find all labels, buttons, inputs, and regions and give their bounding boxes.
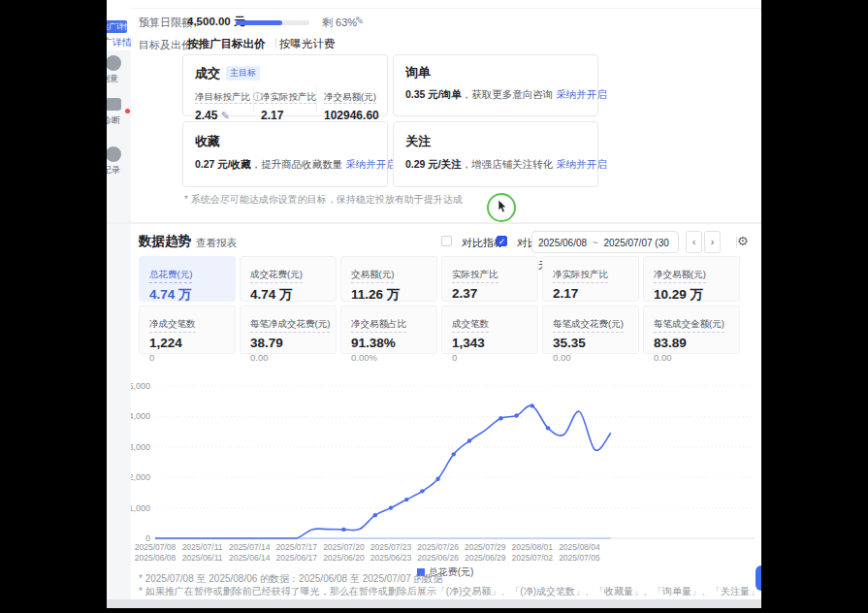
metric-card-r0-c0[interactable]: 总花费(元)4.74 万0.00 xyxy=(139,256,236,302)
metric-card-r1-c1[interactable]: 每笔净成交花费(元)38.790.00 xyxy=(240,306,337,354)
metric-value: 2.17 xyxy=(261,109,316,122)
date-range-input[interactable]: 2025/06/08 ~ 2025/07/07 (30天) xyxy=(531,231,679,253)
metric-card-compare-value: 0 xyxy=(149,352,225,363)
compare-metric-checkbox[interactable] xyxy=(441,236,452,246)
svg-text:2025/07/14: 2025/07/14 xyxy=(229,542,271,552)
metric-card-value: 11.26 万 xyxy=(351,286,427,304)
metric-card-value: 4.74 万 xyxy=(149,286,225,304)
metric-card-r0-c3[interactable]: 实际投产比2.370.00 xyxy=(441,256,538,302)
metric-card-value: 38.79 xyxy=(250,336,326,350)
metric-value: 2.45 ✎ xyxy=(195,109,262,122)
metric-card-r1-c5[interactable]: 每笔成交金额(元)83.890.00 xyxy=(643,306,740,354)
svg-text:5,000: 5,000 xyxy=(131,381,150,391)
footnote-1: * 2025/07/08 至 2025/08/06 的数据：2025/06/08… xyxy=(139,572,443,586)
svg-text:1,000: 1,000 xyxy=(131,503,150,513)
metric-card-r0-c4[interactable]: 净实际投产比2.170.00 xyxy=(542,256,639,302)
tab-goal-bid[interactable]: 按推广目标出价 xyxy=(187,37,266,51)
svg-text:2025/07/20: 2025/07/20 xyxy=(323,542,365,552)
metric-card-label: 总花费(元) xyxy=(149,269,192,283)
metric-card-r1-c4[interactable]: 每笔成交花费(元)35.350.00 xyxy=(542,306,639,354)
sidebar-active-label[interactable]: 推广详情 xyxy=(107,36,131,49)
metric-card-label: 成交笔数 xyxy=(452,318,489,333)
mouse-cursor-icon xyxy=(498,200,509,213)
metric-card-label: 净交易额(元) xyxy=(654,269,706,283)
metric-card-compare-value: 0.00 xyxy=(654,352,729,363)
metric-card-label: 每笔净成交花费(元) xyxy=(250,318,330,333)
sidebar-item-history[interactable]: 操作记录 xyxy=(107,164,120,177)
tab-exposure-bid[interactable]: 按曝光计费 xyxy=(279,37,336,51)
trend-chart: 01,0002,0003,0004,0005,0002025/07/082025… xyxy=(131,373,759,565)
metric-card-label: 每笔成交金额(元) xyxy=(654,318,724,333)
floating-side-button[interactable] xyxy=(755,565,761,591)
svg-text:2025/07/26: 2025/07/26 xyxy=(417,542,459,552)
metric-card-value: 35.35 xyxy=(553,336,628,350)
svg-text:2025/06/29: 2025/06/29 xyxy=(465,553,506,563)
svg-text:4,000: 4,000 xyxy=(131,411,150,421)
goal-card-inquiry-desc: 0.35 元/询单，获取更多意向咨询 采纳并开启 xyxy=(405,88,607,102)
metric-card-label: 交易额(元) xyxy=(351,269,394,283)
metric-card-r0-c2[interactable]: 交易额(元)11.26 万0.00 xyxy=(340,256,437,302)
prev-period-button[interactable]: ‹ xyxy=(686,231,702,253)
budget-progress-fill xyxy=(236,20,282,25)
metric-card-r0-c5[interactable]: 净交易额(元)10.29 万0.00 xyxy=(643,256,740,302)
compare-time-checkbox[interactable]: ✓ xyxy=(497,236,507,246)
metric-value: 102946.60 xyxy=(324,109,379,122)
sidebar-active-tab[interactable]: 推广详情 xyxy=(107,20,127,33)
sidebar: 推广详情 推广详情 创意 推广诊断 操作记录 xyxy=(107,0,131,599)
metric-card-value: 4.74 万 xyxy=(250,286,326,304)
goal-card-favorite-title: 收藏 xyxy=(195,133,220,150)
svg-text:2025/07/11: 2025/07/11 xyxy=(182,542,223,552)
footnote-2: * 如果推广在暂停或删除前已经获得了曝光，那么在暂停或删除后展示「(净)交易额」… xyxy=(139,585,761,599)
svg-text:2025/07/08: 2025/07/08 xyxy=(135,542,177,552)
trend-chart-svg: 01,0002,0003,0004,0005,0002025/07/082025… xyxy=(131,373,759,565)
svg-text:2025/07/17: 2025/07/17 xyxy=(276,542,318,552)
svg-text:2025/07/02: 2025/07/02 xyxy=(512,553,554,563)
svg-text:2,000: 2,000 xyxy=(131,472,150,482)
main-panel: 推广详情 推广详情 创意 推广诊断 操作记录 预算日限额： 4,500.00 元… xyxy=(107,0,761,599)
svg-text:2025/08/01: 2025/08/01 xyxy=(512,542,554,552)
svg-text:2025/06/20: 2025/06/20 xyxy=(323,553,365,563)
metric-card-value: 2.37 xyxy=(452,286,528,301)
goal-card-follow: 关注 0.29 元/关注，增强店铺关注转化 采纳并开启 xyxy=(393,121,598,187)
primary-goal-badge: 主目标 xyxy=(226,66,260,81)
metric-card-compare-value: 0.00 xyxy=(553,352,628,363)
metric-card-r1-c3[interactable]: 成交笔数1,3430 xyxy=(441,306,538,354)
metric-card-value: 91.38% xyxy=(351,336,427,350)
roi-edit-icon[interactable]: ✎ xyxy=(221,110,230,121)
metric-card-value: 1,343 xyxy=(452,336,528,350)
metric-card-compare-value: 0 xyxy=(452,352,528,363)
metric-card-r1-c2[interactable]: 净交易额占比91.38%0.00% xyxy=(340,306,437,354)
sidebar-panel xyxy=(107,50,131,599)
camera-icon[interactable] xyxy=(107,98,121,111)
metric-label: 净目标投产比 ⓘ xyxy=(195,91,262,104)
section-divider xyxy=(107,222,761,224)
svg-text:3,000: 3,000 xyxy=(131,442,150,452)
tab-divider xyxy=(275,38,276,48)
next-period-button[interactable]: › xyxy=(704,231,721,253)
goal-card-inquiry-title: 询单 xyxy=(405,64,431,81)
svg-text:2025/07/23: 2025/07/23 xyxy=(370,542,412,552)
view-report-link[interactable]: 查看报表 xyxy=(196,237,237,250)
metric-card-label: 净成交笔数 xyxy=(149,318,196,333)
goal-card-favorite: 收藏 0.27 元/收藏，提升商品收藏数量 采纳并开启 xyxy=(182,121,388,187)
budget-edit-icon[interactable]: ✎ xyxy=(355,15,364,27)
svg-text:2025/07/29: 2025/07/29 xyxy=(465,542,506,552)
adopt-enable-link[interactable]: 采纳并开启 xyxy=(345,158,397,170)
goal-card-deal-title: 成交 xyxy=(195,66,220,81)
svg-text:2025/08/04: 2025/08/04 xyxy=(559,542,600,552)
adopt-enable-link[interactable]: 采纳并开启 xyxy=(556,158,607,170)
metric-card-r1-c0[interactable]: 净成交笔数1,2240 xyxy=(139,306,236,354)
metric-card-compare-value: 0.00% xyxy=(351,352,427,363)
top-divider xyxy=(131,8,761,9)
svg-text:2025/06/11: 2025/06/11 xyxy=(182,553,223,563)
gear-icon[interactable]: ⚙ xyxy=(737,234,749,248)
svg-text:2025/06/23: 2025/06/23 xyxy=(370,553,412,563)
metric-card-r0-c1[interactable]: 成交花费(元)4.74 万0.00 xyxy=(240,256,337,302)
budget-progress-bar xyxy=(236,20,309,25)
sidebar-item-creative[interactable]: 创意 xyxy=(107,73,118,85)
goal-card-deal: 成交主目标 净目标投产比 ⓘ 2.45 ✎ 净实际投产比 2.17 净交易额(元… xyxy=(182,54,388,116)
adopt-enable-link[interactable]: 采纳并开启 xyxy=(556,88,607,100)
metric-card-grid: 总花费(元)4.74 万0.00成交花费(元)4.74 万0.00交易额(元)1… xyxy=(139,256,740,354)
sidebar-item-diagnosis[interactable]: 推广诊断 xyxy=(107,114,120,127)
svg-text:2025/06/14: 2025/06/14 xyxy=(229,553,271,563)
